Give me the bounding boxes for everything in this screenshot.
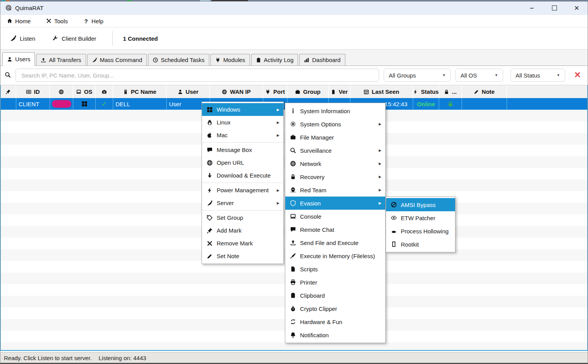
menu-item-power-management[interactable]: Power Management▶ (202, 184, 283, 197)
menu-item-label: Remote Chat (300, 226, 334, 233)
titlebar[interactable]: QuimaRAT − × (0, 1, 588, 15)
menubar-item-home[interactable]: Home (7, 18, 31, 24)
menu-item-system-options[interactable]: System Options▶ (285, 117, 385, 131)
menu-item-execute-in-memory-fileless[interactable]: Execute in Memory (Fileless) (285, 249, 385, 262)
column-header-lock[interactable]: ... (439, 85, 462, 98)
client-cell-pc-name: DELL (113, 98, 167, 110)
globe-icon (59, 89, 64, 95)
menu-item-label: Process Hollowing (401, 228, 448, 235)
menu-item-surveillance[interactable]: Surveillance▶ (285, 144, 385, 157)
client-cell-pin (1, 98, 16, 110)
menu-item-open-url[interactable]: Open URL (202, 156, 283, 169)
status-filter-dropdown[interactable]: All Status ▼ (510, 69, 565, 82)
menu-item-etw-patcher[interactable]: ETW Patcher (386, 211, 455, 224)
menu-item-recovery[interactable]: Recovery▶ (285, 170, 385, 183)
maximize-button[interactable] (543, 1, 566, 15)
menu-item-process-hollowing[interactable]: Process Hollowing (386, 224, 455, 238)
listening-port-label: Listening on: 4443 (98, 355, 146, 361)
minimize-button[interactable]: − (521, 1, 543, 15)
menu-item-send-file-and-execute[interactable]: Send File and Execute (285, 236, 385, 249)
menubar-item-label: Tools (54, 18, 68, 24)
menu-item-amsi-bypass[interactable]: AMSI Bypass (386, 198, 455, 211)
os-filter-dropdown[interactable]: All OS ▼ (455, 69, 503, 82)
printer-icon (290, 279, 296, 285)
menu-item-scripts[interactable]: Scripts (285, 262, 385, 276)
menu-item-label: Printer (300, 279, 317, 286)
menu-item-rootkit[interactable]: Rootkit (386, 238, 455, 251)
menu-item-add-mark[interactable]: Add Mark (202, 224, 283, 237)
console-icon (290, 213, 296, 219)
close-button[interactable]: × (566, 1, 588, 15)
menu-item-message-box[interactable]: Message Box (202, 143, 283, 156)
tab-mass-command[interactable]: Mass Command (87, 54, 147, 66)
groups-filter-value: All Groups (389, 72, 416, 79)
client-builder-button[interactable]: Client Builder (52, 35, 96, 42)
menubar-item-help[interactable]: ?Help (83, 18, 103, 24)
column-header-port[interactable]: Port (263, 85, 288, 98)
tab-activity-log[interactable]: Activity Log (251, 54, 298, 66)
briefcase-icon (290, 134, 296, 140)
menu-item-label: AMSI Bypass (401, 202, 436, 208)
menu-item-label: Red Team (300, 187, 326, 193)
menu-item-clipboard[interactable]: Clipboard (285, 289, 385, 302)
client-cell-status: Online (413, 98, 439, 110)
menu-item-hardware-fun[interactable]: Hardware & Fun (285, 315, 385, 328)
menu-item-windows[interactable]: Windows▶ (202, 103, 283, 116)
column-header-group[interactable]: Group (288, 85, 329, 98)
id-badge-icon (26, 89, 31, 95)
menu-item-set-group[interactable]: Set Group (202, 211, 283, 224)
submenu-arrow-icon: ▶ (277, 201, 279, 205)
menu-item-label: System Information (300, 108, 350, 114)
menu-item-label: Power Management (217, 187, 269, 193)
menu-item-label: Crypto Clipper (300, 305, 337, 312)
menu-item-network[interactable]: Network▶ (285, 157, 385, 170)
column-header-label: Port (273, 88, 285, 95)
menu-item-server[interactable]: Server▶ (202, 197, 283, 209)
menu-item-system-information[interactable]: System Information (285, 104, 385, 117)
menubar-item-tools[interactable]: Tools (46, 18, 68, 24)
column-header-webcam[interactable] (96, 85, 113, 98)
column-header-os[interactable]: OS (73, 85, 96, 98)
column-header-ver[interactable]: Ver (329, 85, 350, 98)
menu-item-download-execute[interactable]: Download & Execute (202, 169, 283, 182)
column-header-pc-name[interactable]: PC Name (113, 85, 167, 98)
column-header-status[interactable]: Status (413, 85, 439, 98)
column-header-pin[interactable] (1, 85, 16, 98)
clear-filters-button[interactable]: × (571, 68, 585, 82)
tab-all-transfers[interactable]: All Transfers (36, 54, 86, 66)
column-header-note[interactable]: Note (462, 85, 507, 98)
wrench-icon (52, 35, 59, 42)
groups-filter-dropdown[interactable]: All Groups ▼ (384, 69, 451, 82)
menu-item-remote-chat[interactable]: Remote Chat (285, 223, 385, 236)
menu-item-printer[interactable]: Printer (285, 276, 385, 289)
tab-dashboard[interactable]: Dashboard (299, 54, 345, 66)
column-header-wan-ip[interactable]: WAN IP (210, 85, 263, 98)
menu-item-set-note[interactable]: Set Note (202, 250, 283, 262)
menu-item-remove-mark[interactable]: Remove Mark (202, 237, 283, 250)
menu-item-label: Scripts (300, 266, 318, 273)
menu-item-label: Message Box (217, 147, 252, 153)
menu-item-linux[interactable]: Linux▶ (202, 116, 283, 129)
connected-count: 1 Connected (123, 35, 158, 42)
status-filter-value: All Status (516, 72, 540, 79)
column-header-user[interactable]: User (167, 85, 210, 98)
tab-label: Mass Command (100, 57, 142, 63)
column-header-label: OS (84, 88, 93, 95)
menu-item-mac[interactable]: Mac▶ (202, 129, 283, 141)
search-input[interactable] (16, 69, 379, 82)
column-header-id[interactable]: ID (16, 85, 50, 98)
menu-item-notification[interactable]: Notification (285, 328, 385, 342)
listen-button[interactable]: Listen (10, 35, 35, 42)
menu-item-red-team[interactable]: Red Team▶ (285, 183, 385, 197)
minimize-icon: − (530, 6, 534, 10)
menu-item-evasion[interactable]: Evasion▶ (285, 197, 385, 210)
menu-item-console[interactable]: Console (285, 210, 385, 223)
menu-item-crypto-clipper[interactable]: Crypto Clipper (285, 302, 385, 315)
tab-scheduled-tasks[interactable]: Scheduled Tasks (148, 54, 209, 66)
menu-item-file-manager[interactable]: File Manager (285, 131, 385, 144)
user-icon (178, 89, 183, 95)
tab-modules[interactable]: Modules (210, 54, 250, 66)
tab-users[interactable]: Users (2, 52, 35, 66)
column-header-last-seen[interactable]: Last Seen (350, 85, 413, 98)
column-header-country[interactable] (50, 85, 73, 98)
